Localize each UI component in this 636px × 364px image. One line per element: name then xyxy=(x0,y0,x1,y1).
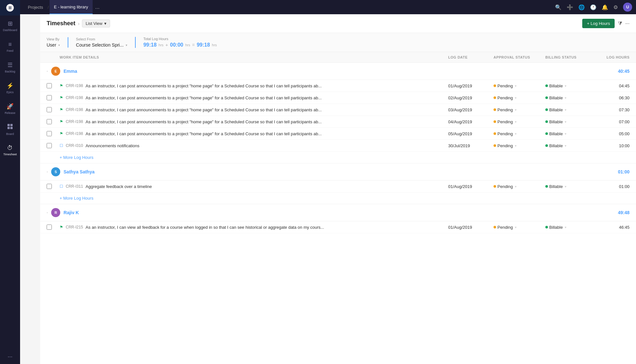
svg-rect-0 xyxy=(7,124,10,126)
globe-icon[interactable]: 🌐 xyxy=(578,4,585,10)
approval-status[interactable]: Pending ▾ xyxy=(494,131,545,136)
group-name[interactable]: Rajiv K xyxy=(63,210,79,215)
view-toggle-button[interactable]: List View ▾ xyxy=(82,19,110,28)
item-text: Announcements notifications xyxy=(85,143,139,148)
view-by-dropdown[interactable]: User ▾ xyxy=(47,42,60,48)
pending-dot xyxy=(494,144,496,147)
sidebar-item-dashboard[interactable]: ⊞ Dashboard xyxy=(0,16,20,36)
log-hours-value: 05:00 xyxy=(597,131,630,136)
approval-status[interactable]: Pending ▾ xyxy=(494,83,545,88)
row-checkbox[interactable] xyxy=(47,184,52,189)
log-hours-value: 06:30 xyxy=(597,95,630,100)
total-log-label: Total Log Hours xyxy=(143,37,217,41)
billing-status[interactable]: Billable ▾ xyxy=(545,119,597,124)
group-toggle-icon[interactable]: ◦ xyxy=(47,170,48,174)
approval-status[interactable]: Pending ▾ xyxy=(494,184,545,189)
active-tab[interactable]: E - learning library xyxy=(50,0,93,14)
user-avatar[interactable]: U xyxy=(623,3,632,12)
filter-icon[interactable]: ⧩ xyxy=(618,21,622,27)
billing-value: Billable xyxy=(549,83,563,88)
more-log-hours-sathya[interactable]: + More Log Hours xyxy=(40,193,636,204)
billable-dot xyxy=(545,108,548,111)
more-log-hours-emma[interactable]: + More Log Hours xyxy=(40,152,636,163)
log-hours-value: 10:00 xyxy=(597,143,630,148)
billing-status[interactable]: Billable ▾ xyxy=(545,184,597,189)
col-check xyxy=(47,55,60,59)
more-options-icon[interactable]: ··· xyxy=(625,21,630,27)
chevron-down-icon: ▾ xyxy=(126,43,127,47)
approval-value: Pending xyxy=(497,83,513,88)
billing-status[interactable]: Billable ▾ xyxy=(545,143,597,148)
view-by-label: View By xyxy=(47,37,60,41)
view-by-value: User xyxy=(47,42,56,48)
search-icon[interactable]: 🔍 xyxy=(555,4,562,10)
sidebar-item-epics[interactable]: ⚡ Epics xyxy=(0,78,20,98)
billing-status[interactable]: Billable ▾ xyxy=(545,131,597,136)
billable-dot xyxy=(545,120,548,123)
log-date: 05/Aug/2019 xyxy=(448,131,494,136)
log-hours-button[interactable]: + Log Hours xyxy=(582,19,614,28)
dashboard-icon: ⊞ xyxy=(8,20,13,27)
group-toggle-icon[interactable]: ◦ xyxy=(47,210,48,215)
sidebar-item-feed[interactable]: ≡ Feed xyxy=(0,36,20,57)
settings-icon[interactable]: ⚙ xyxy=(613,4,618,10)
sidebar-item-board[interactable]: Board xyxy=(0,119,20,140)
topnav-more-icon[interactable]: ... xyxy=(95,4,99,10)
projects-link[interactable]: Projects xyxy=(24,5,47,10)
chevron-down-icon: ▾ xyxy=(515,132,517,136)
billable-dot xyxy=(545,84,548,87)
table-row: ⚑ CRR-I198 As an instructor, I can post … xyxy=(40,80,636,92)
billing-status[interactable]: Billable ▾ xyxy=(545,107,597,112)
approval-status[interactable]: Pending ▾ xyxy=(494,95,545,100)
sidebar-logo[interactable] xyxy=(0,0,20,16)
filter-bar: View By User ▾ Select From Course Select… xyxy=(40,33,636,52)
group-hours: 01:00 xyxy=(618,169,630,174)
row-checkbox[interactable] xyxy=(47,83,52,88)
nav-divider: / xyxy=(48,5,49,10)
group-hours: 49:48 xyxy=(618,210,630,215)
story-icon: ⚑ xyxy=(60,83,63,88)
item-id: CRR-I310 xyxy=(66,143,83,148)
sidebar-item-timesheet[interactable]: ⏱ Timesheet xyxy=(0,140,20,160)
row-checkbox[interactable] xyxy=(47,95,52,100)
billable-dot xyxy=(545,144,548,147)
hours-a: 99:18 xyxy=(143,42,157,48)
chevron-down-icon: ▾ xyxy=(565,132,566,136)
group-toggle-icon[interactable]: ◦ xyxy=(47,69,48,73)
chevron-down-icon: ▾ xyxy=(515,226,517,229)
chevron-down-icon: ▾ xyxy=(104,21,107,26)
group-name[interactable]: Sathya Sathya xyxy=(63,169,95,174)
active-tab-label: E - learning library xyxy=(54,5,88,9)
chevron-down-icon: ▾ xyxy=(565,226,566,229)
billing-status[interactable]: Billable ▾ xyxy=(545,83,597,88)
chevron-down-icon: ▾ xyxy=(515,144,517,148)
group-row: ◦ R Rajiv K 49:48 xyxy=(40,204,636,221)
billing-value: Billable xyxy=(549,107,563,112)
chevron-down-icon: ▾ xyxy=(565,108,566,112)
clock-icon[interactable]: 🕐 xyxy=(590,4,596,10)
sidebar-more-dots[interactable]: ··· xyxy=(7,353,12,360)
log-hours-value: 07:30 xyxy=(597,107,630,112)
row-checkbox[interactable] xyxy=(47,107,52,112)
approval-status[interactable]: Pending ▾ xyxy=(494,107,545,112)
billing-status[interactable]: Billable ▾ xyxy=(545,95,597,100)
approval-value: Pending xyxy=(497,225,513,230)
row-checkbox[interactable] xyxy=(47,143,52,148)
approval-value: Pending xyxy=(497,107,513,112)
select-from-dropdown[interactable]: Course Selection Spri... ▾ xyxy=(76,42,127,48)
item-id: CRR-I198 xyxy=(66,119,83,124)
approval-status[interactable]: Pending ▾ xyxy=(494,119,545,124)
add-icon[interactable]: ➕ xyxy=(567,4,573,10)
bell-icon[interactable]: 🔔 xyxy=(602,4,608,10)
billing-status[interactable]: Billable ▾ xyxy=(545,225,597,230)
sidebar-item-release[interactable]: 🚀 Release xyxy=(0,98,20,119)
row-checkbox[interactable] xyxy=(47,131,52,136)
select-from-value: Course Selection Spri... xyxy=(76,42,124,48)
group-name[interactable]: Emma xyxy=(63,69,77,74)
total-hours-display: 99:18 hrs + 00:00 hrs = 99:18 hrs xyxy=(143,42,217,48)
approval-status[interactable]: Pending ▾ xyxy=(494,143,545,148)
row-checkbox[interactable] xyxy=(47,119,52,124)
sidebar-item-backlog[interactable]: ☰ Backlog xyxy=(0,57,20,78)
row-checkbox[interactable] xyxy=(47,225,52,230)
approval-status[interactable]: Pending ▾ xyxy=(494,225,545,230)
